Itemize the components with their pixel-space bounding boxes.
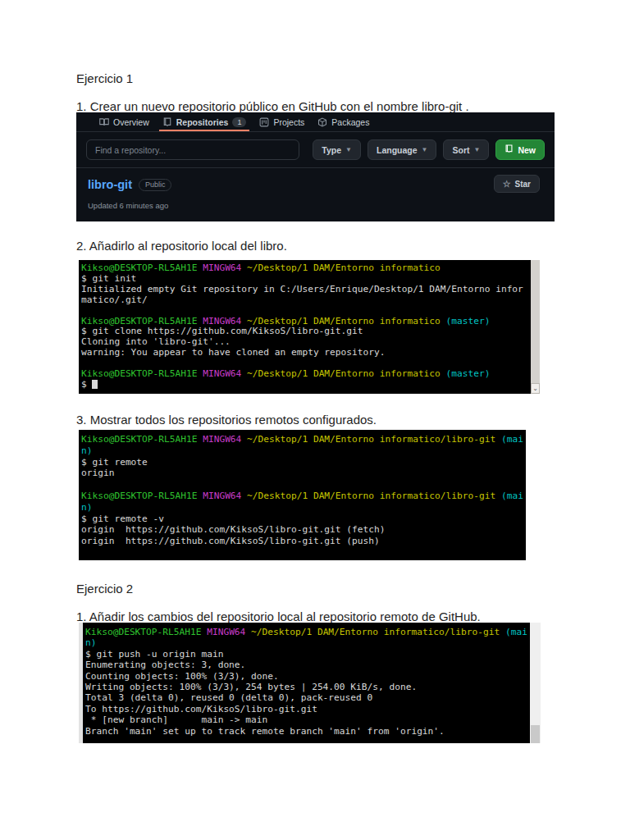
filter-label: Sort <box>452 145 469 155</box>
repository-filter-bar: Type ▼ Language ▼ Sort ▼ New <box>76 132 555 168</box>
tab-label: Projects <box>273 117 304 127</box>
terminal-output: Kikso@DESKTOP-RL5AH1E MINGW64 ~/Desktop/… <box>83 623 530 743</box>
scroll-down-button[interactable]: ⌄ <box>531 383 540 394</box>
terminal-output: Kikso@DESKTOP-RL5AH1E MINGW64 ~/Desktop/… <box>79 430 526 560</box>
star-icon: ☆ <box>503 180 511 189</box>
step-1-3-text: 3. Mostrar todos los repositorios remoto… <box>76 413 377 427</box>
star-label: Star <box>515 180 531 189</box>
tab-packages[interactable]: Packages <box>311 112 376 131</box>
find-repository-input[interactable] <box>86 139 299 160</box>
terminal-line: Writing objects: 100% (3/3), 254 bytes |… <box>85 682 530 692</box>
terminal-line <box>81 479 526 491</box>
ejercicio-2-heading: Ejercicio 2 <box>76 582 133 596</box>
terminal-line: n) <box>81 502 526 514</box>
tab-label: Repositories <box>176 117 229 127</box>
chevron-down-icon: ▼ <box>473 146 480 153</box>
sort-filter-button[interactable]: Sort ▼ <box>443 139 489 160</box>
step-1-2-text: 2. Añadirlo al repositorio local del lib… <box>76 239 287 253</box>
git-bash-terminal-3: Kikso@DESKTOP-RL5AH1E MINGW64 ~/Desktop/… <box>79 623 541 743</box>
github-repositories-screenshot: Overview Repositories 1 Projects Package… <box>76 112 555 221</box>
tab-label: Overview <box>113 117 149 127</box>
terminal-line: Branch 'main' set up to track remote bra… <box>85 726 530 737</box>
terminal-line: Kikso@DESKTOP-RL5AH1E MINGW64 ~/Desktop/… <box>85 627 530 637</box>
package-icon <box>317 117 327 127</box>
terminal-line: Kikso@DESKTOP-RL5AH1E MINGW64 ~/Desktop/… <box>81 434 526 445</box>
terminal-scrollbar[interactable] <box>530 623 541 743</box>
terminal-scrollbar[interactable]: ⌄ <box>531 260 540 394</box>
exercise-document-page: { "doc": { "ejercicio1": "Ejercicio 1", … <box>0 0 630 840</box>
terminal-cursor <box>92 380 98 389</box>
step-1-1-text: 1. Crear un nuevo repositorio público en… <box>76 99 469 113</box>
terminal-line: origin https://github.com/KiksoS/libro-g… <box>81 536 526 547</box>
step-2-1-text: 1. Añadir los cambios del repositorio lo… <box>76 609 481 623</box>
chevron-down-icon: ▼ <box>422 146 428 153</box>
visibility-badge: Public <box>139 179 172 191</box>
repository-list-item: libro-git Public Updated 6 minutes ago ☆… <box>76 168 555 221</box>
terminal-line: $ git push -u origin main <box>85 649 530 660</box>
terminal-line: Kikso@DESKTOP-RL5AH1E MINGW64 ~/Desktop/… <box>81 369 531 380</box>
terminal-output: Kikso@DESKTOP-RL5AH1E MINGW64 ~/Desktop/… <box>79 260 531 394</box>
terminal-line: $ git remote <box>81 457 526 468</box>
git-bash-terminal-1: Kikso@DESKTOP-RL5AH1E MINGW64 ~/Desktop/… <box>79 260 540 394</box>
scrollbar-thumb[interactable] <box>531 725 540 743</box>
tab-repositories[interactable]: Repositories 1 <box>156 112 253 131</box>
repo-icon <box>162 117 172 127</box>
tab-projects[interactable]: Projects <box>253 112 311 131</box>
terminal-line: $ <box>81 380 531 390</box>
repo-updated-text: Updated 6 minutes ago <box>88 201 545 210</box>
new-repository-button[interactable]: New <box>495 139 545 160</box>
ejercicio-1-heading: Ejercicio 1 <box>76 71 133 85</box>
github-tab-bar: Overview Repositories 1 Projects Package… <box>76 112 555 132</box>
tab-overview[interactable]: Overview <box>93 112 156 131</box>
repo-link-libro-git[interactable]: libro-git <box>88 178 132 191</box>
git-bash-terminal-2: Kikso@DESKTOP-RL5AH1E MINGW64 ~/Desktop/… <box>79 430 526 560</box>
project-icon <box>259 117 269 127</box>
terminal-line <box>81 547 526 559</box>
terminal-line: matico/.git/ <box>81 295 531 306</box>
terminal-line: Kikso@DESKTOP-RL5AH1E MINGW64 ~/Desktop/… <box>81 559 526 560</box>
terminal-line: n) <box>81 445 526 457</box>
new-button-label: New <box>518 145 536 155</box>
repo-icon <box>504 144 514 155</box>
terminal-line: $ git remote -v <box>81 514 526 525</box>
terminal-line: Kikso@DESKTOP-RL5AH1E MINGW64 ~/Desktop/… <box>81 491 526 502</box>
terminal-line: Total 3 (delta 0), reused 0 (delta 0), p… <box>85 692 530 703</box>
terminal-line: Counting objects: 100% (3/3), done. <box>85 671 530 682</box>
terminal-line: Kikso@DESKTOP-RL5AH1E MINGW64 ~/Desktop/… <box>81 263 531 274</box>
filter-label: Type <box>322 145 341 155</box>
terminal-line: * [new branch] main -> main <box>85 714 530 725</box>
tab-label: Packages <box>331 117 369 127</box>
terminal-line: Enumerating objects: 3, done. <box>85 660 530 670</box>
terminal-line: origin <box>81 468 526 479</box>
language-filter-button[interactable]: Language ▼ <box>368 139 437 160</box>
star-button[interactable]: ☆ Star <box>494 175 540 193</box>
terminal-line: n) <box>85 637 530 648</box>
chevron-down-icon: ▼ <box>345 146 352 153</box>
filter-label: Language <box>377 145 418 155</box>
type-filter-button[interactable]: Type ▼ <box>313 139 361 160</box>
terminal-line: warning: You appear to have cloned an em… <box>81 348 531 358</box>
book-icon <box>99 117 109 127</box>
terminal-line: origin https://github.com/KiksoS/libro-g… <box>81 524 526 536</box>
terminal-line: To https://github.com/KiksoS/libro-git.g… <box>85 704 530 714</box>
terminal-line: Initialized empty Git repository in C:/U… <box>81 285 531 295</box>
repositories-count-badge: 1 <box>232 117 246 127</box>
